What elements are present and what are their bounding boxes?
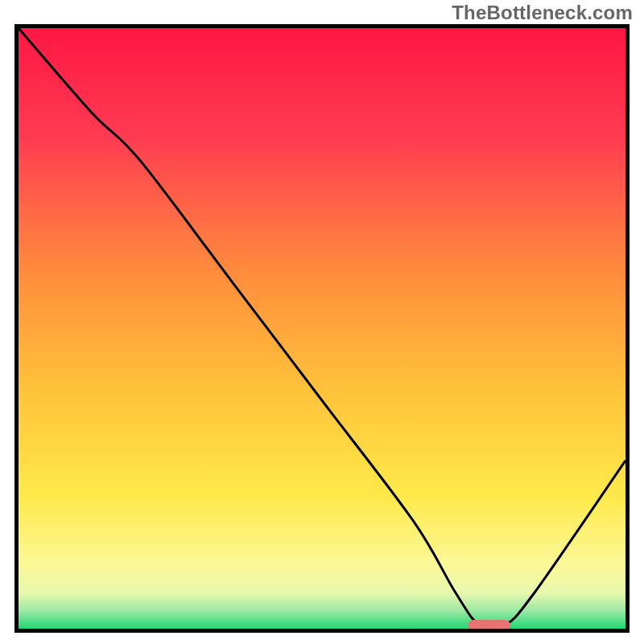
optimal-marker xyxy=(468,620,510,631)
bottleneck-curve xyxy=(19,28,625,629)
plot-area xyxy=(19,28,625,629)
chart-stage: TheBottleneck.com xyxy=(0,0,644,644)
watermark-text: TheBottleneck.com xyxy=(452,2,633,24)
plot-frame xyxy=(14,24,630,633)
